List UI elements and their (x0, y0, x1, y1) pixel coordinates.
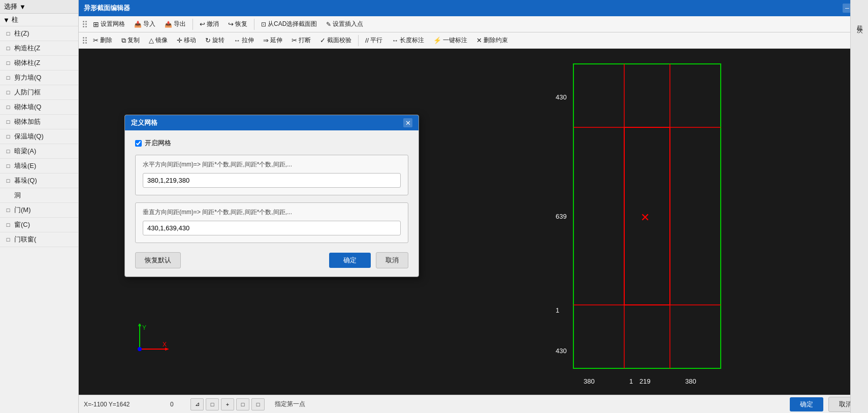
enable-grid-checkbox[interactable] (135, 140, 142, 147)
svg-text:430: 430 (556, 347, 567, 355)
toolbar2-icon-section-check: ✓ (320, 37, 326, 44)
sidebar-item-icon-zhu-z: □ (4, 29, 12, 38)
svg-text:219: 219 (639, 377, 651, 385)
sidebar-item-chuang-c[interactable]: □窗(C) (0, 218, 78, 232)
sidebar-item-qiangcuo-e[interactable]: □墙垛(E) (0, 159, 78, 174)
redo-icon: ↪ (228, 20, 234, 28)
toolbar2-label-del-constraint: 删除约束 (484, 36, 508, 45)
toolbar2-label-break: 打断 (299, 36, 311, 45)
sidebar-item-icon-mucuo-q: □ (4, 177, 12, 185)
toolbar2-icon-one-key-mark: ⚡ (433, 37, 441, 44)
toolbar2-icon-parallel: // (365, 37, 369, 44)
sidebar-column-row: ▼ 柱 (0, 14, 78, 26)
toolbar2-btn-move[interactable]: ✛移动 (173, 34, 200, 47)
vertical-group-label: 垂直方向间距(mm)=> 间距*个数,间距,间距*个数,间距,... (143, 208, 401, 217)
horizontal-input[interactable] (143, 173, 401, 188)
horizontal-group-label: 水平方向间距(mm)=> 间距*个数,间距,间距*个数,间距,... (143, 160, 401, 169)
app-window: 异形截面编辑器 ─ ✕ ⊞设置网格📥导入📤导出↩撤消↪恢复⊡从CAD选择截面图✎… (79, 0, 868, 413)
toolbar-2: ✂删除⧉复制△镜像✛移动↻旋转↔拉伸⇒延伸✂打断✓截面校验//平行↔长度标注⚡一… (79, 32, 868, 49)
undo-icon: ↩ (200, 20, 205, 28)
sep-before-select-from-cad (254, 19, 254, 30)
restore-default-button[interactable]: 恢复默认 (135, 252, 181, 268)
sidebar-item-label-jianli-q: 剪力墙(Q (14, 73, 41, 82)
toolbar1-btn-import[interactable]: 📥导入 (130, 18, 159, 30)
sidebar-select-row: 选择 ▼ (0, 0, 78, 14)
sidebar-item-poti-q[interactable]: □砌体墙(Q (0, 100, 78, 115)
toolbar2-btn-mirror[interactable]: △镜像 (145, 34, 172, 47)
toolbar2-btn-section-check[interactable]: ✓截面校验 (316, 34, 356, 47)
status-bar: X=-1100 Y=1642 0 ⊿□+□□ 指定第一点 确定 取消 (79, 395, 868, 413)
toolbar1-btn-select-from-cad[interactable]: ⊡从CAD选择截面图 (257, 18, 321, 30)
toolbar2-icon-del-constraint: ✕ (476, 37, 482, 44)
dialog-close-button[interactable]: ✕ (403, 118, 412, 127)
toolbar-1: ⊞设置网格📥导入📤导出↩撤消↪恢复⊡从CAD选择截面图✎设置插入点 (79, 16, 868, 32)
sidebar-item-label-dong: 洞 (14, 191, 21, 200)
import-icon: 📥 (134, 21, 142, 28)
sidebar-item-label-zhu-z: 柱(Z) (14, 29, 29, 38)
sidebar-item-label-mucuo-q: 暮垛(Q) (14, 176, 37, 185)
sidebar-item-jianli-q[interactable]: □剪力墙(Q (0, 71, 78, 85)
sidebar-item-gouzao-z[interactable]: □构造柱(Z (0, 41, 78, 56)
svg-text:✕: ✕ (640, 211, 650, 224)
sep-before-undo (192, 19, 193, 30)
dialog-ok-button[interactable]: 确定 (329, 253, 371, 268)
toolbar1-label-undo: 撤消 (207, 20, 219, 28)
sidebar-item-icon-jianli-q: □ (4, 74, 12, 82)
toolbar2-btn-delete[interactable]: ✂删除 (89, 34, 116, 47)
status-tool-snap5[interactable]: □ (251, 398, 265, 410)
sidebar-item-label-poti-jia: 砌体加筋 (14, 117, 41, 126)
toolbar2-btn-stretch[interactable]: ↔拉伸 (230, 34, 258, 47)
horizontal-group: 水平方向间距(mm)=> 间距*个数,间距,间距*个数,间距,... (135, 155, 408, 195)
sidebar-item-icon-renfang-m: □ (4, 88, 12, 96)
sidebar-item-icon-chuang-c: □ (4, 221, 12, 229)
coord-display: X=-1100 Y=1642 (84, 401, 165, 408)
sidebar-item-poti-z[interactable]: □砌体柱(Z (0, 56, 78, 71)
toolbar2-label-one-key-mark: 一键标注 (443, 36, 467, 45)
toolbar2-btn-rotate[interactable]: ↻旋转 (201, 34, 229, 47)
section-drawing: ✕ 430 639 1 430 380 1 219 380 (553, 54, 741, 395)
toolbar2-label-length-mark: 长度标注 (400, 36, 424, 45)
toolbar2-btn-break[interactable]: ✂打断 (287, 34, 315, 47)
sidebar-item-icon-menlianchuang: □ (4, 235, 12, 244)
toolbar2-btn-parallel[interactable]: //平行 (361, 34, 387, 47)
sidebar-item-anliang-a[interactable]: □暗梁(A) (0, 144, 78, 159)
status-confirm-button[interactable]: 确定 (790, 397, 823, 411)
toolbar2-icon-stretch: ↔ (234, 37, 240, 44)
sidebar-item-men-m[interactable]: □门(M) (0, 203, 78, 218)
toolbar2-icon-extend: ⇒ (263, 37, 269, 44)
sidebar-item-mucuo-q[interactable]: □暮垛(Q) (0, 174, 78, 188)
toolbar2-label-mirror: 镜像 (155, 36, 168, 45)
sidebar-item-icon-qiangcuo-e: □ (4, 162, 12, 170)
canvas-area[interactable]: X Y ✕ 430 639 1 (79, 49, 868, 395)
sidebar-item-poti-jia[interactable]: □砌体加筋 (0, 115, 78, 129)
toolbar2-btn-extend[interactable]: ⇒延伸 (259, 34, 286, 47)
toolbar2-label-stretch: 拉伸 (242, 36, 254, 45)
toolbar2-btn-one-key-mark[interactable]: ⚡一键标注 (429, 34, 471, 47)
grid-icon: ⊞ (93, 20, 99, 28)
status-tool-snap2[interactable]: □ (206, 398, 219, 410)
toolbar1-btn-undo[interactable]: ↩撤消 (196, 18, 223, 30)
toolbar1-btn-set-grid[interactable]: ⊞设置网格 (89, 18, 129, 30)
sidebar-item-dong[interactable]: 洞 (0, 188, 78, 203)
dialog-overlay: 定义网格 ✕ 开启网格 水平方向间距(mm)=> 间距*个数,间距,间距*个数,… (79, 49, 868, 395)
dialog-title-text: 定义网格 (131, 118, 157, 127)
toolbar1-btn-redo[interactable]: ↪恢复 (224, 18, 251, 30)
enable-grid-row: 开启网格 (135, 139, 408, 148)
toolbar1-btn-export[interactable]: 📤导出 (160, 18, 190, 30)
sidebar-item-menlianchuang[interactable]: □门联窗( (0, 232, 78, 247)
toolbar2-btn-del-constraint[interactable]: ✕删除约束 (472, 34, 512, 47)
sidebar-item-renfang-m[interactable]: □人防门框 (0, 85, 78, 100)
dialog-cancel-button[interactable]: 取消 (376, 252, 408, 268)
sidebar-item-baowenq[interactable]: □保温墙(Q) (0, 129, 78, 144)
status-tool-snap4[interactable]: □ (236, 398, 249, 410)
status-tool-snap3[interactable]: + (221, 398, 234, 410)
vertical-input[interactable] (143, 221, 401, 235)
sidebar-item-zhu-z[interactable]: □柱(Z) (0, 26, 78, 41)
status-tool-snap1[interactable]: ⊿ (190, 398, 204, 410)
toolbar1-btn-set-insert[interactable]: ✎设置插入点 (322, 18, 367, 30)
insert-icon: ✎ (326, 21, 331, 28)
toolbar2-btn-copy[interactable]: ⧉复制 (117, 34, 144, 47)
svg-text:1: 1 (629, 377, 633, 385)
toolbar2-btn-length-mark[interactable]: ↔长度标注 (388, 34, 428, 47)
dialog-title-bar: 定义网格 ✕ (125, 115, 419, 130)
